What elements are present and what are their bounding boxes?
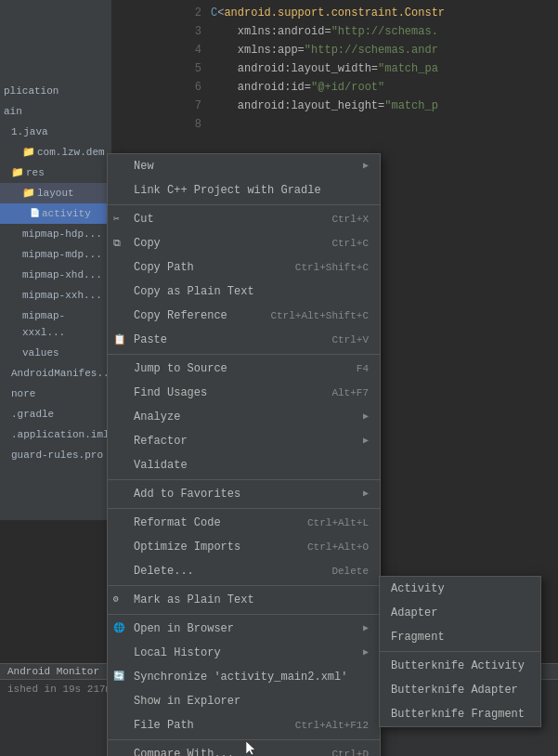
menu-item-open-browser[interactable]: 🌐 Open in Browser ▶ <box>108 617 380 641</box>
menu-item-optimize[interactable]: Optimize Imports Ctrl+Alt+O <box>108 535 380 559</box>
separator-3 <box>108 479 380 480</box>
tree-item-activity[interactable]: 📄 activity <box>0 203 111 224</box>
menu-item-new[interactable]: New ▶ <box>108 154 380 178</box>
menu-item-synchronize[interactable]: 🔄 Synchronize 'activity_main2.xml' <box>108 665 380 689</box>
menu-item-mark-plain[interactable]: ⚙ Mark as Plain Text <box>108 588 380 612</box>
submenu-item-butterknife-fragment[interactable]: Butterknife Fragment <box>380 702 540 726</box>
menu-item-local-history[interactable]: Local History ▶ <box>108 641 380 665</box>
code-line-3: 3 xmlns:android="http://schemas. <box>179 22 551 41</box>
code-line-6: 6 android:id="@+id/root" <box>179 78 551 97</box>
separator-1 <box>108 204 380 205</box>
menu-item-copy-ref[interactable]: Copy Reference Ctrl+Alt+Shift+C <box>108 304 380 328</box>
tree-item-values[interactable]: values <box>0 343 111 363</box>
menu-item-add-favorites[interactable]: Add to Favorites ▶ <box>108 482 380 506</box>
tree-item-application-iml[interactable]: .application.iml <box>0 424 111 445</box>
menu-item-paste[interactable]: 📋 Paste Ctrl+V <box>108 328 380 352</box>
tree-item-res[interactable]: 📁 res <box>0 163 111 183</box>
code-line-5: 5 android:layout_width="match_pa <box>179 59 551 78</box>
menu-item-analyze[interactable]: Analyze ▶ <box>108 405 380 429</box>
tree-item-mipmap-xxh[interactable]: mipmap-xxh... <box>0 285 111 306</box>
separator-5 <box>108 585 380 586</box>
submenu-item-activity[interactable]: Activity <box>380 577 540 601</box>
submenu-item-butterknife-adapter[interactable]: Butterknife Adapter <box>380 678 540 702</box>
tree-item-java[interactable]: 1.java <box>0 122 111 142</box>
menu-item-refactor[interactable]: Refactor ▶ <box>108 429 380 453</box>
tree-item-layout[interactable]: 📁 layout <box>0 183 111 203</box>
tree-item-mipmap-hdp[interactable]: mipmap-hdp... <box>0 224 111 244</box>
code-line-2: 2 C <android.support.constraint.Constr <box>179 4 551 22</box>
tree-item-nore[interactable]: nore <box>0 384 111 404</box>
menu-item-validate[interactable]: Validate <box>108 453 380 477</box>
separator-2 <box>108 354 380 355</box>
generate-android-submenu: Activity Adapter Fragment Butterknife Ac… <box>379 576 541 727</box>
menu-item-reformat[interactable]: Reformat Code Ctrl+Alt+L <box>108 511 380 535</box>
menu-item-jump-source[interactable]: Jump to Source F4 <box>108 357 380 381</box>
menu-item-find-usages[interactable]: Find Usages Alt+F7 <box>108 381 380 405</box>
tree-item-mipmap-mdp[interactable]: mipmap-mdp... <box>0 244 111 265</box>
submenu-item-butterknife-activity[interactable]: Butterknife Activity <box>380 654 540 678</box>
tree-item-package[interactable]: 📁 com.lzw.dem <box>0 142 111 163</box>
tree-item-main[interactable]: ain <box>0 101 111 122</box>
menu-item-file-path[interactable]: File Path Ctrl+Alt+F12 <box>108 713 380 737</box>
submenu-item-adapter[interactable]: Adapter <box>380 601 540 625</box>
menu-item-delete[interactable]: Delete... Delete <box>108 559 380 583</box>
menu-item-copy-path[interactable]: Copy Path Ctrl+Shift+C <box>108 255 380 280</box>
menu-item-copy[interactable]: ⧉ Copy Ctrl+C <box>108 231 380 255</box>
menu-item-compare-with[interactable]: Compare With... Ctrl+D <box>108 742 380 756</box>
menu-item-copy-plain[interactable]: Copy as Plain Text <box>108 280 380 304</box>
bottom-panel-title: Android Monitor <box>7 666 99 677</box>
separator-6 <box>108 614 380 615</box>
activity-file-label: activity <box>42 205 91 222</box>
tree-item-guard-rules[interactable]: guard-rules.pro <box>0 445 111 465</box>
code-line-7: 7 android:layout_height="match_p <box>179 97 551 115</box>
code-line-4: 4 xmlns:app="http://schemas.andr <box>179 41 551 59</box>
submenu-separator <box>380 651 540 652</box>
submenu-item-fragment[interactable]: Fragment <box>380 625 540 649</box>
tree-item-gradle[interactable]: .gradle <box>0 404 111 424</box>
context-menu: New ▶ Link C++ Project with Gradle ✂ Cut… <box>107 153 381 756</box>
tree-item-androidmanifest[interactable]: AndroidManifes... <box>0 363 111 384</box>
separator-4 <box>108 508 380 509</box>
menu-item-show-explorer[interactable]: Show in Explorer <box>108 689 380 713</box>
menu-item-cut[interactable]: ✂ Cut Ctrl+X <box>108 207 380 231</box>
menu-item-link-cpp[interactable]: Link C++ Project with Gradle <box>108 178 380 202</box>
separator-7 <box>108 739 380 740</box>
tree-item-mipmap-xhd[interactable]: mipmap-xhd... <box>0 265 111 285</box>
code-line-8: 8 <box>179 115 551 134</box>
tree-item-mipmap-xxxl[interactable]: mipmap-xxxl... <box>0 306 111 343</box>
tree-item-application[interactable]: plication <box>0 81 111 101</box>
